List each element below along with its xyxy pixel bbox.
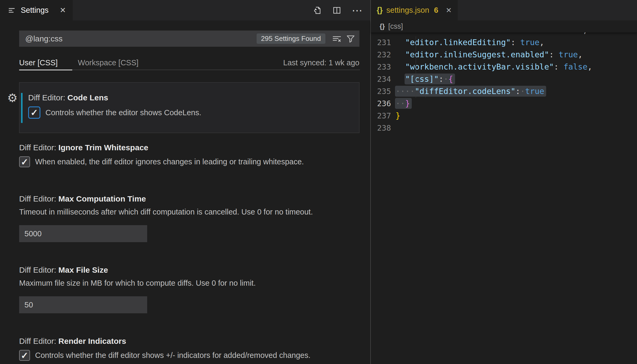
- ignore-trim-whitespace-checkbox[interactable]: ✓: [19, 156, 30, 167]
- token-punct: :: [549, 50, 554, 59]
- token-punct: :: [511, 38, 515, 47]
- setting-category: Diff Editor:: [19, 194, 58, 203]
- clear-filters-icon[interactable]: [332, 34, 342, 44]
- scope-tab-user[interactable]: User [CSS]: [19, 58, 58, 67]
- setting-title-max-computation-time: Diff Editor: Max Computation Time: [19, 194, 359, 203]
- code-line-231[interactable]: 231 "editor.linkedEditing": true,: [371, 36, 637, 49]
- line-number: 238: [371, 122, 396, 134]
- modified-indicator-bar: [21, 93, 23, 123]
- tab-problems-badge: 6: [434, 6, 438, 15]
- line-number: 234: [371, 73, 396, 85]
- token-b2: }: [405, 99, 410, 108]
- indent-guide: [425, 85, 426, 98]
- setting-name: Code Lens: [67, 93, 108, 102]
- token-ws: [396, 50, 405, 59]
- setting-name: Max File Size: [58, 265, 108, 274]
- setting-category: Diff Editor:: [19, 143, 58, 152]
- open-settings-json-icon[interactable]: [312, 6, 322, 15]
- line-content: "[css]":·{: [396, 73, 637, 85]
- scope-tab-workspace[interactable]: Workspace [CSS]: [78, 58, 138, 67]
- filter-icon[interactable]: [346, 34, 356, 44]
- code-line-234[interactable]: 234 "[css]":·{: [371, 73, 637, 85]
- tab-settings[interactable]: Settings ✕: [0, 0, 73, 20]
- max-file-size-input[interactable]: 50: [19, 296, 147, 313]
- more-actions-icon[interactable]: ⋯: [352, 6, 363, 15]
- inactive-selection: ····"diffEditor.codeLens":·true: [395, 86, 546, 97]
- token-ws: [396, 74, 405, 84]
- token-key: "[css]": [405, 74, 439, 84]
- token-bool: true: [525, 87, 544, 96]
- line-number: 233: [371, 61, 396, 73]
- breadcrumb-css-label[interactable]: [css]: [388, 22, 403, 31]
- code-line-236[interactable]: 236··}: [371, 97, 637, 110]
- token-ws: [396, 32, 583, 35]
- line-number: 232: [371, 49, 396, 61]
- token-dots: ·: [520, 87, 525, 96]
- vscode-window: Settings ✕ ⋯: [0, 0, 637, 364]
- split-editor-icon[interactable]: [332, 6, 342, 15]
- code-line-232[interactable]: 232 "editor.inlineSuggest.enabled": true…: [371, 49, 637, 61]
- code-line-partial[interactable]: ,: [371, 32, 637, 36]
- setting-row-render-indicators: Diff Editor: Render Indicators✓Controls …: [19, 337, 359, 361]
- tab-settings-close-icon[interactable]: ✕: [60, 6, 66, 15]
- render-indicators-checkbox[interactable]: ✓: [19, 350, 30, 361]
- editor-title-actions: ⋯: [312, 0, 363, 20]
- line-number: 231: [371, 36, 396, 49]
- code-lens-checkbox[interactable]: ✓: [28, 106, 40, 119]
- setting-gear-icon[interactable]: ⚙: [7, 92, 18, 104]
- checkmark-icon: ✓: [21, 351, 28, 360]
- token-ws: [396, 62, 405, 71]
- indent-guide: [416, 36, 416, 98]
- settings-count-badge: 295 Settings Found: [257, 33, 326, 44]
- checkmark-icon: ✓: [31, 108, 38, 117]
- right-tabstrip: {} settings.json 6 ✕: [371, 0, 637, 20]
- setting-category: Diff Editor:: [28, 93, 67, 102]
- line-content: ,: [396, 32, 637, 36]
- line-content: "editor.linkedEditing": true,: [396, 36, 637, 49]
- line-number: [371, 32, 396, 36]
- setting-title-max-file-size: Diff Editor: Max File Size: [19, 265, 359, 275]
- setting-row-code-lens: ⚙Diff Editor: Code Lens✓Controls whether…: [19, 82, 359, 133]
- token-ws: [554, 50, 559, 59]
- token-b1: }: [396, 111, 400, 120]
- token-key: "workbench.activityBar.visible": [405, 62, 554, 71]
- token-punct: :: [439, 74, 444, 84]
- setting-description: Controls whether the diff editor shows +…: [35, 351, 311, 360]
- token-punct: ,: [587, 62, 592, 71]
- token-punct: ,: [540, 38, 544, 47]
- code-line-235[interactable]: 235····"diffEditor.codeLens":·true: [371, 85, 637, 97]
- setting-row-max-file-size: Diff Editor: Max File SizeMaximum file s…: [19, 265, 359, 313]
- line-content: "editor.inlineSuggest.enabled": true,: [396, 49, 637, 61]
- inactive-selection: "[css]":·{: [405, 74, 455, 84]
- breadcrumb-object-icon: {}: [380, 23, 385, 30]
- setting-name: Ignore Trim Whitespace: [58, 143, 148, 152]
- line-content: ····"diffEditor.codeLens":·true: [396, 85, 637, 97]
- tab-settings-json-label: settings.json: [387, 6, 429, 15]
- tab-settings-json-close-icon[interactable]: ✕: [446, 6, 452, 15]
- setting-category: Diff Editor:: [19, 265, 58, 274]
- code-line-238[interactable]: 238: [371, 122, 637, 134]
- line-content: }: [396, 110, 637, 122]
- code-line-237[interactable]: 237}: [371, 110, 637, 122]
- code-line-233[interactable]: 233 "workbench.activityBar.visible": fal…: [371, 61, 637, 73]
- line-content: [396, 122, 637, 134]
- settings-editor-pane: Settings ✕ ⋯: [0, 0, 370, 364]
- code-editor[interactable]: ,231 "editor.linkedEditing": true,232 "e…: [371, 32, 637, 362]
- token-bool: false: [563, 62, 587, 71]
- max-computation-time-input[interactable]: 5000: [19, 225, 147, 242]
- tab-settings-json[interactable]: {} settings.json 6 ✕: [371, 0, 458, 20]
- token-punct: ,: [578, 50, 583, 59]
- setting-category: Diff Editor:: [19, 337, 58, 345]
- line-number: 235: [371, 85, 396, 97]
- token-dots: ·: [444, 74, 448, 84]
- json-file-icon: {}: [377, 6, 383, 15]
- setting-title-render-indicators: Diff Editor: Render Indicators: [19, 337, 359, 346]
- token-dots: ··: [396, 99, 405, 108]
- token-punct: ,: [583, 32, 587, 35]
- line-number: 237: [371, 110, 396, 122]
- token-ws: [396, 38, 405, 47]
- checkmark-icon: ✓: [21, 157, 28, 166]
- settings-search-input[interactable]: @lang:css 295 Settings Found: [19, 31, 359, 47]
- tab-settings-label: Settings: [21, 6, 49, 15]
- breadcrumb[interactable]: {} [css]: [371, 20, 637, 32]
